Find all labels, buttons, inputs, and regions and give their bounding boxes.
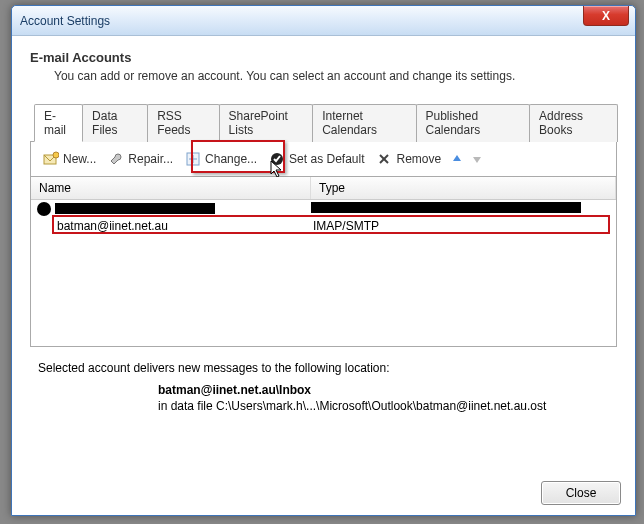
row-type-cell (311, 202, 616, 216)
tab-address-books[interactable]: Address Books (529, 104, 618, 142)
redacted-type (311, 202, 581, 213)
remove-button[interactable]: Remove (370, 148, 447, 170)
tab-data-files[interactable]: Data Files (82, 104, 148, 142)
svg-point-1 (53, 152, 59, 158)
close-label: Close (566, 486, 597, 500)
toolbar: New... Repair... Change... Set as Defaul… (30, 142, 617, 177)
remove-x-icon (376, 151, 392, 167)
redacted-name (55, 203, 215, 214)
close-icon: X (602, 9, 610, 23)
move-up-button[interactable] (447, 148, 467, 170)
close-button[interactable]: Close (541, 481, 621, 505)
window-title: Account Settings (20, 14, 110, 28)
row-type-cell: IMAP/SMTP (313, 219, 616, 233)
tab-email[interactable]: E-mail (34, 104, 83, 142)
table-row[interactable]: ✓ (31, 200, 616, 217)
svg-marker-6 (453, 155, 461, 161)
move-down-button[interactable] (467, 148, 487, 170)
table-row[interactable]: batman@iinet.net.au IMAP/SMTP (31, 217, 616, 234)
tab-sharepoint-lists[interactable]: SharePoint Lists (219, 104, 314, 142)
window-close-button[interactable]: X (583, 6, 629, 26)
column-type-header[interactable]: Type (311, 177, 616, 199)
tab-rss-feeds[interactable]: RSS Feeds (147, 104, 219, 142)
delivery-location-main: batman@iinet.net.au\Inbox (158, 383, 609, 397)
account-name: batman@iinet.net.au (57, 219, 168, 233)
tab-published-calendars[interactable]: Published Calendars (416, 104, 531, 142)
section-title: E-mail Accounts (30, 50, 617, 65)
delivery-location-sub: in data file C:\Users\mark.h\...\Microso… (158, 399, 609, 413)
accounts-list: Name Type ✓ batman@iinet.net.au IMAP/SMT… (30, 177, 617, 347)
tab-internet-calendars[interactable]: Internet Calendars (312, 104, 416, 142)
change-button[interactable]: Change... (179, 148, 263, 170)
envelope-new-icon (43, 151, 59, 167)
section-desc: You can add or remove an account. You ca… (54, 69, 617, 83)
account-type: IMAP/SMTP (313, 219, 379, 233)
arrow-down-icon (469, 151, 485, 167)
remove-label: Remove (396, 152, 441, 166)
svg-marker-7 (473, 157, 481, 163)
footer: Close (541, 481, 621, 505)
repair-label: Repair... (128, 152, 173, 166)
row-name-cell: ✓ (35, 202, 311, 216)
change-label: Change... (205, 152, 257, 166)
delivery-location-area: Selected account delivers new messages t… (30, 347, 617, 421)
delivery-heading: Selected account delivers new messages t… (38, 361, 609, 375)
change-icon (185, 151, 201, 167)
set-default-label: Set as Default (289, 152, 364, 166)
column-name-header[interactable]: Name (31, 177, 311, 199)
row-name-cell: batman@iinet.net.au (55, 219, 313, 233)
new-label: New... (63, 152, 96, 166)
new-button[interactable]: New... (37, 148, 102, 170)
titlebar: Account Settings X (12, 6, 635, 36)
tabs: E-mail Data Files RSS Feeds SharePoint L… (30, 103, 617, 142)
list-header: Name Type (31, 177, 616, 200)
account-settings-window: Account Settings X E-mail Accounts You c… (11, 5, 636, 516)
content-area: E-mail Accounts You can add or remove an… (12, 36, 635, 421)
default-account-check-icon: ✓ (37, 202, 51, 216)
set-default-button[interactable]: Set as Default (263, 148, 370, 170)
default-check-icon (269, 151, 285, 167)
repair-button[interactable]: Repair... (102, 148, 179, 170)
wrench-icon (108, 151, 124, 167)
arrow-up-icon (449, 151, 465, 167)
